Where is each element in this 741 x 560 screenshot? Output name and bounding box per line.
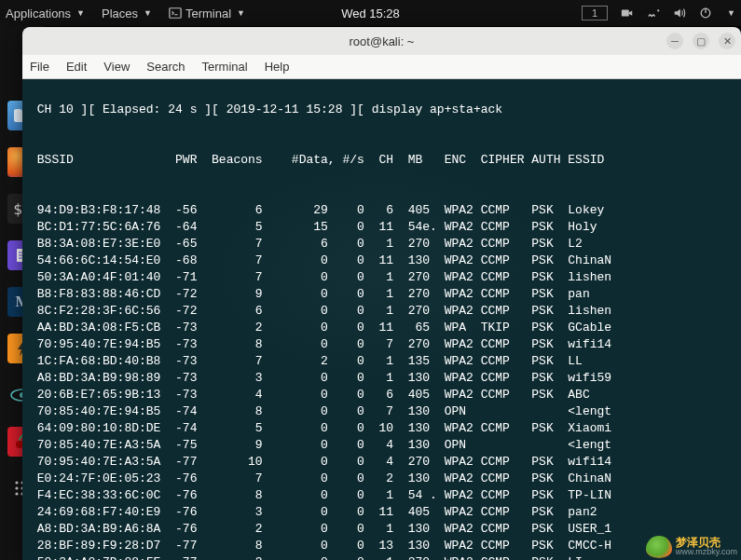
menu-view[interactable]: View xyxy=(103,60,130,74)
watermark-url: www.mzbky.com xyxy=(676,547,737,556)
ap-list: 94:D9:B3:F8:17:48 -56 6 29 0 6 405 WPA2 … xyxy=(30,202,739,560)
titlebar[interactable]: root@kali: ~ ─ ▢ ✕ xyxy=(22,27,741,55)
svg-rect-1 xyxy=(622,10,629,17)
power-icon[interactable] xyxy=(699,7,712,20)
watermark-title: 梦泽贝壳 xyxy=(676,538,737,547)
svg-point-2 xyxy=(657,9,659,11)
airodump-header: CH 10 ][ Elapsed: 24 s ][ 2019-12-11 15:… xyxy=(30,102,739,118)
applications-menu[interactable]: Applications▼ xyxy=(6,7,85,20)
clock[interactable]: Wed 15:28 xyxy=(341,7,400,20)
svg-point-16 xyxy=(15,486,18,489)
system-menu-chevron-icon[interactable]: ▼ xyxy=(727,8,735,18)
watermark: 梦泽贝壳 www.mzbky.com xyxy=(646,536,737,558)
menu-help[interactable]: Help xyxy=(265,60,290,74)
workspace-indicator[interactable]: 1 xyxy=(582,6,608,20)
svg-point-13 xyxy=(15,481,18,484)
menu-file[interactable]: File xyxy=(30,60,49,74)
watermark-logo-icon xyxy=(646,536,672,558)
menu-edit[interactable]: Edit xyxy=(66,60,87,74)
minimize-button[interactable]: ─ xyxy=(666,33,683,49)
video-icon[interactable] xyxy=(621,7,634,20)
svg-rect-0 xyxy=(170,8,181,19)
desktop: $_ M root@kali: ~ ─ ▢ ✕ xyxy=(0,26,741,560)
terminal-app-menu[interactable]: Terminal▼ xyxy=(169,7,245,20)
menu-search[interactable]: Search xyxy=(146,60,185,74)
terminal-icon xyxy=(169,7,182,20)
gnome-topbar: Applications▼ Places▼ Terminal▼ Wed 15:2… xyxy=(0,0,741,26)
maximize-button[interactable]: ▢ xyxy=(693,33,709,49)
terminal-window: root@kali: ~ ─ ▢ ✕ File Edit View Search… xyxy=(22,27,741,560)
volume-icon[interactable] xyxy=(673,7,686,20)
column-headers: BSSID PWR Beacons #Data, #/s CH MB ENC C… xyxy=(30,152,739,169)
menubar: File Edit View Search Terminal Help xyxy=(22,55,741,79)
menu-terminal[interactable]: Terminal xyxy=(202,60,248,74)
terminal-output[interactable]: CH 10 ][ Elapsed: 24 s ][ 2019-12-11 15:… xyxy=(22,79,741,560)
svg-point-19 xyxy=(15,492,18,495)
close-button[interactable]: ✕ xyxy=(719,33,735,49)
places-menu[interactable]: Places▼ xyxy=(102,7,152,20)
network-icon[interactable] xyxy=(647,7,660,20)
window-title: root@kali: ~ xyxy=(350,34,415,48)
